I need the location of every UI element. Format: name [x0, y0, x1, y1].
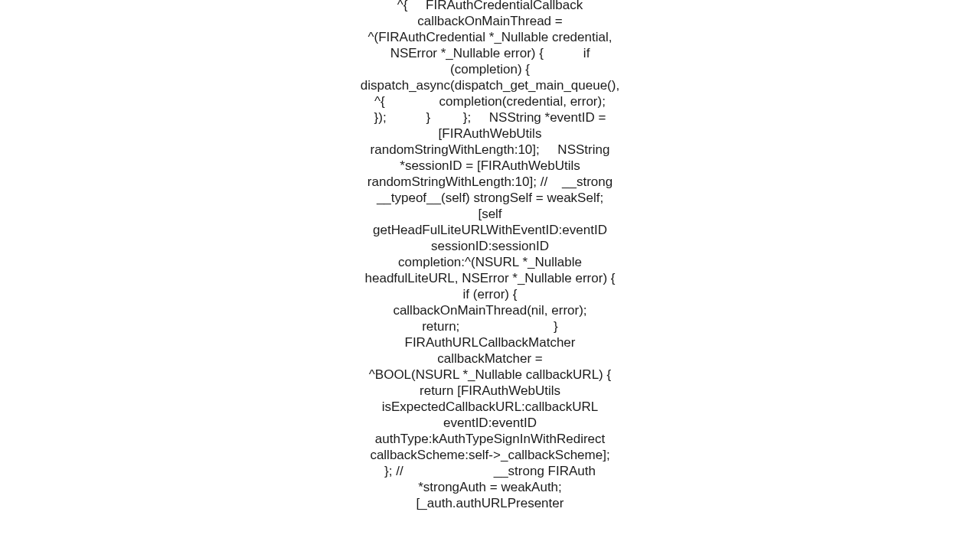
code-content: ^{ FIRAuthCredentialCallback callbackOnM… — [360, 0, 620, 511]
code-text-block: ^{ FIRAuthCredentialCallback callbackOnM… — [360, 0, 620, 511]
